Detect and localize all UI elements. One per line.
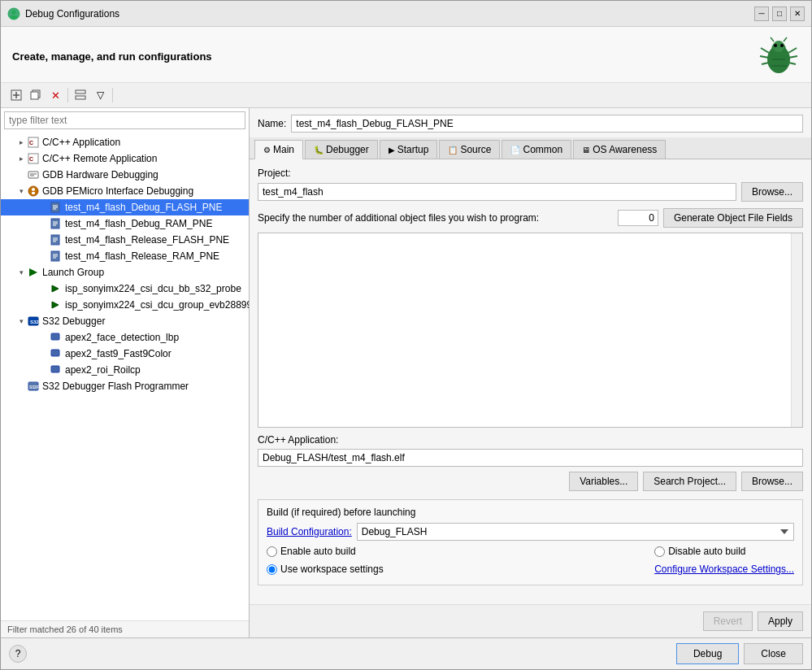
toolbar-separator-2	[112, 88, 113, 102]
project-section-label: Project:	[258, 168, 803, 179]
name-input[interactable]	[291, 115, 803, 133]
tree-item-gdb-hardware[interactable]: GDB Hardware Debugging	[1, 167, 249, 183]
radio-disable-auto-build[interactable]	[654, 546, 665, 557]
tab-startup-label: Startup	[397, 144, 429, 155]
tree-item-launch-group[interactable]: Launch Group	[1, 264, 249, 281]
tree-item-isp-evb[interactable]: isp_sonyimx224_csi_dcu_group_evb28899	[1, 297, 249, 313]
tree-item-debug-ram[interactable]: test_m4_flash_Debug_RAM_PNE	[1, 215, 249, 232]
label-apex-fast9: apex2_fast9_Fast9Color	[65, 348, 172, 359]
expand-s32-debugger[interactable]	[15, 315, 27, 327]
tree-item-release-flash[interactable]: test_m4_flash_Release_FLASH_PNE	[1, 232, 249, 248]
revert-button[interactable]: Revert	[703, 611, 753, 631]
tree-item-s32-flash[interactable]: S32F S32 Debugger Flash Programmer	[1, 378, 249, 394]
tree-item-s32-debugger[interactable]: S32 S32 Debugger	[1, 313, 249, 329]
title-bar: Debug Configurations ─ □ ✕	[1, 1, 811, 27]
svg-point-33	[32, 188, 35, 191]
debug-button[interactable]: Debug	[676, 643, 739, 664]
svg-point-1	[12, 10, 16, 14]
filter-input[interactable]	[4, 111, 245, 129]
svg-point-12	[774, 44, 777, 47]
close-button[interactable]: ✕	[790, 7, 805, 21]
tab-startup[interactable]: ▶ Startup	[380, 140, 438, 159]
variables-button[interactable]: Variables...	[569, 472, 638, 491]
tab-debugger[interactable]: 🐛 Debugger	[305, 140, 378, 159]
tree-item-cpp-remote[interactable]: C C/C++ Remote Application	[1, 150, 249, 167]
tree-item-release-ram[interactable]: test_m4_flash_Release_RAM_PNE	[1, 248, 249, 264]
tree-item-apex-fast9[interactable]: apex2_fast9_Fast9Color	[1, 346, 249, 362]
icon-isp-probe	[50, 282, 63, 295]
tree-item-apex-roi[interactable]: apex2_roi_Roilcp	[1, 362, 249, 378]
cpp-app-input[interactable]	[258, 449, 803, 467]
main-tab-icon: ⚙	[263, 146, 271, 154]
new-config-button[interactable]	[7, 86, 25, 104]
icon-release-flash	[50, 233, 63, 246]
tab-os-label: OS Awareness	[593, 144, 657, 155]
tree-item-apex-face[interactable]: apex2_face_detection_lbp	[1, 329, 249, 346]
name-row: Name:	[250, 108, 811, 137]
svg-marker-52	[52, 285, 59, 292]
configure-workspace-link[interactable]: Configure Workspace Settings...	[654, 563, 794, 575]
radio-disable-auto: Disable auto build	[654, 546, 745, 557]
tree-item-debug-flash[interactable]: test_m4_flash_Debug_FLASH_PNE	[1, 199, 249, 215]
svg-point-2	[11, 15, 17, 19]
label-release-flash: test_m4_flash_Release_FLASH_PNE	[65, 234, 229, 246]
cpp-app-btn-row: Variables... Search Project... Browse...	[258, 472, 803, 491]
radio-enable-auto-build[interactable]	[267, 546, 277, 557]
help-button[interactable]: ?	[9, 645, 27, 663]
tab-common[interactable]: 📄 Common	[502, 140, 571, 159]
build-config-link[interactable]: Build Configuration:	[267, 526, 352, 537]
expand-cpp-app[interactable]	[15, 137, 27, 148]
main-content: C C/C++ Application C C/C++ Remote Appli…	[1, 108, 811, 637]
filter-button[interactable]: ▽	[91, 86, 109, 104]
generate-object-file-button[interactable]: Generate Object File Fields	[663, 208, 803, 228]
tab-os-awareness[interactable]: 🖥 OS Awareness	[573, 140, 666, 159]
tree-item-cpp-app[interactable]: C C/C++ Application	[1, 134, 249, 150]
additional-count-input[interactable]	[618, 210, 658, 226]
search-project-button[interactable]: Search Project...	[643, 472, 736, 491]
svg-rect-34	[32, 192, 35, 194]
expand-debug-ram	[38, 218, 50, 229]
duplicate-button[interactable]	[27, 86, 45, 104]
tab-main-label: Main	[273, 144, 294, 155]
icon-apex-fast9	[50, 347, 63, 360]
delete-button[interactable]: ✕	[46, 86, 64, 104]
build-config-select[interactable]: Debug_FLASH Debug_RAM Release_FLASH Rele…	[357, 523, 794, 541]
expand-cpp-remote[interactable]	[15, 153, 27, 164]
svg-rect-23	[76, 90, 85, 94]
svg-rect-58	[51, 366, 59, 372]
svg-line-9	[788, 48, 797, 53]
apply-button[interactable]: Apply	[758, 611, 803, 631]
icon-apex-face	[50, 331, 63, 344]
scrollbar[interactable]	[791, 233, 802, 427]
left-footer: Filter matched 26 of 40 items	[1, 620, 249, 637]
close-dialog-button[interactable]: Close	[744, 643, 803, 664]
cpp-browse-button[interactable]: Browse...	[741, 472, 803, 491]
debugger-tab-icon: 🐛	[314, 146, 323, 154]
svg-rect-24	[76, 96, 85, 99]
icon-s32-flash: S32F	[27, 380, 40, 393]
radio-use-workspace-settings[interactable]	[267, 564, 277, 575]
icon-apex-roi	[50, 363, 63, 376]
minimize-button[interactable]: ─	[754, 7, 769, 21]
svg-rect-56	[51, 333, 59, 340]
bottom-right-buttons: Debug Close	[676, 643, 803, 664]
radio-enable-auto-label: Enable auto build	[280, 546, 356, 557]
expand-launch-group[interactable]	[15, 267, 27, 278]
window: Debug Configurations ─ □ ✕ Create, manag…	[0, 0, 812, 670]
build-section: Build (if required) before launching Bui…	[258, 499, 803, 585]
tree-item-gdb-pemicro[interactable]: GDB PEMicro Interface Debugging	[1, 183, 249, 199]
svg-rect-29	[28, 172, 38, 178]
project-input[interactable]	[258, 183, 736, 201]
expand-isp-probe	[38, 283, 50, 294]
tab-main[interactable]: ⚙ Main	[254, 140, 303, 159]
tab-source[interactable]: 📋 Source	[439, 140, 500, 159]
project-browse-button[interactable]: Browse...	[741, 182, 803, 202]
expand-gdb-pemicro[interactable]	[15, 185, 27, 197]
os-tab-icon: 🖥	[582, 146, 590, 154]
source-tab-icon: 📋	[448, 146, 458, 154]
label-s32-debugger: S32 Debugger	[42, 315, 105, 327]
svg-line-11	[788, 63, 796, 64]
maximize-button[interactable]: □	[772, 7, 787, 21]
tree-item-isp-probe[interactable]: isp_sonyimx224_csi_dcu_bb_s32_probe	[1, 281, 249, 297]
collapse-all-button[interactable]	[72, 86, 89, 104]
